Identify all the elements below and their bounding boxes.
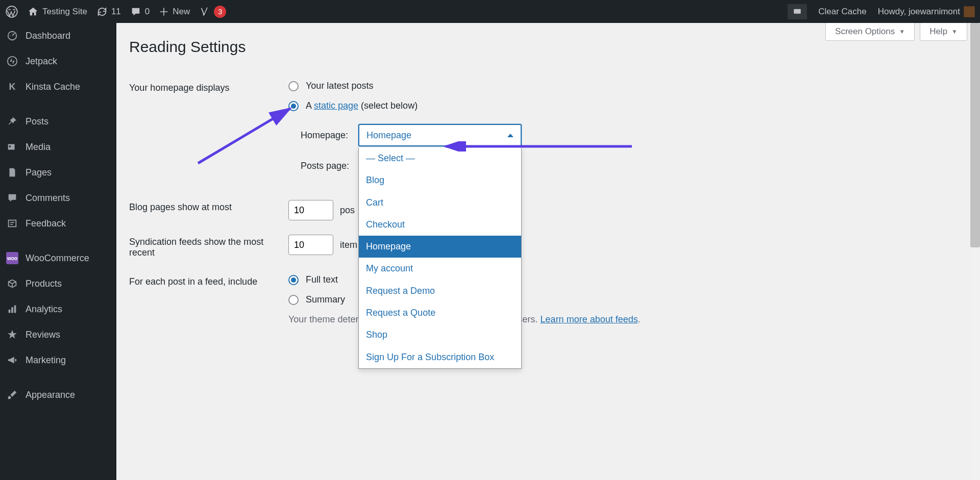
dropdown-option-select[interactable]: — Select — [359, 147, 521, 169]
new-link[interactable]: New [159, 7, 190, 17]
help-button[interactable]: Help [920, 23, 967, 41]
feed-include-label: For each post in a feed, include [129, 267, 282, 332]
wp-logo-link[interactable] [5, 5, 18, 18]
site-name: Testing Site [42, 7, 87, 17]
dashboard-icon [6, 30, 18, 42]
products-icon [6, 277, 18, 290]
updates-count: 11 [111, 7, 121, 17]
howdy-text: Howdy, joewarnimont [878, 7, 960, 17]
summary-radio[interactable] [288, 295, 299, 305]
sidebar-item-label: Media [26, 142, 51, 153]
full-text-radio[interactable] [288, 275, 299, 285]
jetpack-icon [6, 55, 18, 67]
dropdown-option-myaccount[interactable]: My account [359, 258, 521, 280]
homepage-displays-label: Your homepage displays [129, 73, 282, 193]
admin-bar: Testing Site 11 0 New 3 Clear Cache Howd… [0, 0, 980, 23]
learn-more-feeds-link[interactable]: Learn more about feeds [541, 314, 638, 324]
sidebar-item-media[interactable]: Media [0, 134, 116, 160]
latest-posts-label: Your latest posts [306, 81, 373, 91]
updates-link[interactable]: 11 [96, 6, 121, 17]
svg-rect-4 [8, 144, 15, 150]
square-icon-button[interactable] [788, 4, 807, 19]
sidebar-item-comments[interactable]: Comments [0, 185, 116, 211]
sidebar-item-marketing[interactable]: Marketing [0, 347, 116, 373]
sidebar-item-jetpack[interactable]: Jetpack [0, 48, 116, 74]
syndication-input[interactable] [288, 235, 333, 255]
homepage-select[interactable]: Homepage [358, 124, 522, 146]
sidebar-item-appearance[interactable]: Appearance [0, 382, 116, 408]
sidebar-item-feedback[interactable]: Feedback [0, 211, 116, 236]
homepage-dropdown: — Select — Blog Cart Checkout Homepage M… [358, 147, 522, 369]
sidebar-item-label: Comments [26, 193, 70, 204]
main-content: Screen Options Help Reading Settings You… [116, 23, 980, 340]
chat-icon [6, 192, 18, 204]
homepage-select-wrapper: Homepage — Select — Blog Cart Checkout H… [358, 124, 522, 146]
screen-options-button[interactable]: Screen Options [825, 23, 915, 41]
blog-pages-label: Blog pages show at most [129, 193, 282, 228]
homepage-select-value: Homepage [366, 130, 411, 141]
dropdown-option-quote[interactable]: Request a Quote [359, 302, 521, 324]
admin-sidebar: Dashboard Jetpack K Kinsta Cache Posts M… [0, 23, 116, 480]
sidebar-item-label: Feedback [26, 218, 66, 229]
dropdown-option-subscription[interactable]: Sign Up For a Subscription Box [359, 346, 521, 368]
latest-posts-option[interactable]: Your latest posts [288, 81, 961, 91]
yoast-badge: 3 [214, 6, 226, 18]
svg-rect-6 [9, 310, 11, 313]
sidebar-item-woocommerce[interactable]: woo WooCommerce [0, 245, 116, 271]
star-icon [6, 329, 18, 341]
site-link[interactable]: Testing Site [28, 6, 87, 17]
blog-pages-input[interactable] [288, 200, 333, 220]
sidebar-item-products[interactable]: Products [0, 271, 116, 296]
admin-bar-right: Clear Cache Howdy, joewarnimont [788, 4, 975, 19]
account-link[interactable]: Howdy, joewarnimont [878, 6, 975, 17]
dropdown-option-homepage[interactable]: Homepage [359, 236, 521, 258]
sidebar-item-posts[interactable]: Posts [0, 109, 116, 134]
comments-link[interactable]: 0 [130, 6, 150, 17]
kinsta-icon: K [6, 81, 18, 93]
svg-rect-1 [794, 9, 801, 13]
screen-icon [793, 7, 802, 16]
dropdown-option-blog[interactable]: Blog [359, 169, 521, 191]
sidebar-item-label: Marketing [26, 355, 66, 366]
syndication-suffix: item [340, 240, 357, 250]
static-page-option[interactable]: A static page (select below) [288, 100, 961, 111]
scrollbar-track[interactable] [970, 23, 980, 480]
screen-options-label: Screen Options [835, 27, 895, 37]
media-icon [6, 141, 18, 153]
svg-rect-5 [9, 220, 16, 227]
sidebar-item-analytics[interactable]: Analytics [0, 296, 116, 322]
yoast-link[interactable]: 3 [199, 6, 226, 18]
dropdown-option-shop[interactable]: Shop [359, 324, 521, 346]
sidebar-item-reviews[interactable]: Reviews [0, 322, 116, 347]
sidebar-item-label: Jetpack [26, 56, 57, 67]
static-page-label: A static page (select below) [306, 100, 418, 111]
posts-page-sub-label: Posts page: [301, 161, 354, 171]
static-page-radio[interactable] [288, 101, 299, 111]
megaphone-icon [6, 354, 18, 366]
svg-rect-7 [11, 307, 13, 313]
yoast-icon [199, 6, 210, 17]
latest-posts-radio[interactable] [288, 81, 299, 91]
full-text-label: Full text [306, 274, 338, 285]
static-page-link[interactable]: static page [314, 100, 358, 111]
analytics-icon [6, 303, 18, 315]
sidebar-spacer [0, 99, 116, 109]
blog-pages-suffix: pos [340, 205, 355, 215]
sidebar-item-pages[interactable]: Pages [0, 160, 116, 185]
clear-cache-link[interactable]: Clear Cache [818, 7, 867, 17]
settings-form-table: Your homepage displays Your latest posts… [129, 73, 967, 332]
sidebar-item-label: WooCommerce [26, 253, 89, 264]
dropdown-option-demo[interactable]: Request a Demo [359, 280, 521, 302]
dropdown-option-cart[interactable]: Cart [359, 192, 521, 214]
sidebar-spacer [0, 373, 116, 382]
homepage-select-row: Homepage: Homepage — Select — Blog Cart … [301, 124, 961, 146]
dropdown-option-checkout[interactable]: Checkout [359, 214, 521, 236]
sidebar-item-label: Products [26, 279, 62, 289]
wordpress-logo-icon [5, 5, 18, 18]
svg-rect-8 [14, 306, 16, 313]
svg-point-3 [8, 57, 17, 66]
sidebar-item-kinsta[interactable]: K Kinsta Cache [0, 74, 116, 99]
scrollbar-thumb[interactable] [970, 23, 980, 247]
sidebar-item-dashboard[interactable]: Dashboard [0, 23, 116, 48]
sidebar-item-label: Posts [26, 116, 48, 127]
